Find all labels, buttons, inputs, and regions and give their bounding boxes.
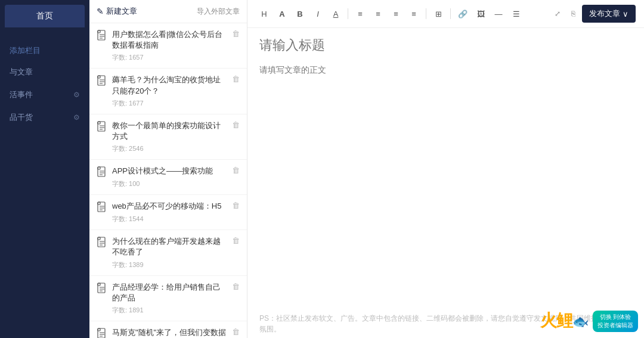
toolbar-list-button[interactable]: ☰: [508, 5, 525, 22]
editor-title-area: [247, 28, 644, 58]
article-doc-icon: [97, 30, 107, 41]
delete-article-button[interactable]: 🗑: [232, 236, 240, 245]
toolbar-justify-button[interactable]: ≡: [405, 5, 422, 22]
list-item[interactable]: web产品必不可少的移动端：H5 字数: 1544 🗑: [89, 195, 247, 230]
delete-article-button[interactable]: 🗑: [232, 120, 240, 129]
article-word-count: 字数: 1389: [97, 261, 240, 269]
svg-rect-11: [98, 122, 100, 124]
sidebar-tab-home[interactable]: 首页: [5, 5, 85, 27]
article-title: web产品必不可少的移动端：H5: [112, 201, 240, 212]
list-item[interactable]: 马斯克"随机"来了，但我们变数据裸体！ 字数: 3749 🗑: [89, 321, 247, 338]
svg-rect-6: [98, 76, 100, 78]
article-doc-icon: [97, 283, 107, 293]
svg-rect-0: [98, 30, 105, 40]
svg-rect-1: [98, 30, 100, 33]
article-word-count: 字数: 1891: [97, 306, 240, 315]
article-title: 产品经理必学：给用户销售自己的产品: [112, 282, 240, 303]
gear-icon-goods[interactable]: ⚙: [73, 113, 80, 122]
article-word-count: 字数: 1677: [97, 99, 240, 108]
list-item[interactable]: APP设计模式之——搜索功能 字数: 100 🗑: [89, 160, 247, 195]
article-title: 教你一个最简单的搜索功能设计方式: [112, 120, 240, 142]
article-title: 马斯克"随机"来了，但我们变数据裸体！: [112, 327, 240, 338]
editor-content-textarea[interactable]: [259, 63, 632, 305]
article-doc-icon: [97, 237, 107, 247]
toolbar-separator-3: [450, 8, 451, 19]
article-word-count: 字数: 1657: [97, 53, 240, 62]
list-item[interactable]: 教你一个最简单的搜索功能设计方式 字数: 2546 🗑: [89, 114, 247, 160]
toolbar-align-left-button[interactable]: ≡: [352, 5, 369, 22]
publish-chevron-icon: ∨: [623, 10, 628, 18]
sidebar-item-label-articles: 与文章: [10, 67, 33, 77]
publish-button[interactable]: 发布文章 ∨: [582, 5, 636, 23]
article-title: 为什么现在的客户端开发越来越不吃香了: [112, 236, 240, 258]
promo-line2: 投资者编辑器: [597, 321, 633, 330]
brand-logo-text: 火鲤: [540, 311, 572, 330]
svg-rect-20: [98, 202, 105, 212]
toolbar-divider-button[interactable]: —: [490, 5, 507, 22]
delete-article-button[interactable]: 🗑: [232, 327, 240, 336]
article-word-count: 字数: 2546: [97, 144, 240, 153]
brand-logo: 火鲤🐟: [540, 309, 588, 332]
article-doc-icon: [97, 75, 107, 86]
editor-title-input[interactable]: [259, 38, 632, 53]
delete-article-button[interactable]: 🗑: [232, 166, 240, 175]
svg-rect-31: [98, 283, 100, 286]
svg-rect-36: [98, 328, 100, 331]
toolbar-separator-1: [348, 8, 348, 19]
toolbar-table-button[interactable]: ⊞: [430, 5, 447, 22]
gear-icon-events[interactable]: ⚙: [73, 91, 80, 99]
editor-content-area: [247, 58, 644, 309]
import-article-button[interactable]: 导入外部文章: [197, 7, 240, 17]
svg-rect-15: [98, 167, 105, 176]
new-article-button[interactable]: ✎ 新建文章: [97, 6, 137, 17]
toolbar-align-center-button[interactable]: ≡: [370, 5, 386, 22]
sidebar: 首页 添加栏目 与文章 活事件 ⚙ 品干货 ⚙: [0, 0, 89, 338]
sidebar-item-label-events: 活事件: [10, 89, 33, 100]
svg-rect-35: [98, 328, 105, 338]
sidebar-add-column[interactable]: 添加栏目: [0, 37, 89, 61]
toolbar-bold-button[interactable]: A: [274, 5, 290, 22]
delete-article-button[interactable]: 🗑: [232, 29, 240, 38]
delete-article-button[interactable]: 🗑: [232, 75, 240, 83]
sidebar-item-goods[interactable]: 品干货 ⚙: [0, 106, 89, 129]
article-list-panel: ✎ 新建文章 导入外部文章 用户数据怎么看|微信公众号后台数据看板指南 字数: …: [89, 0, 247, 338]
list-item[interactable]: 为什么现在的客户端开发越来越不吃香了 字数: 1389 🗑: [89, 230, 247, 275]
toolbar-align-right-button[interactable]: ≡: [388, 5, 404, 22]
list-item[interactable]: 薅羊毛？为什么淘宝的收货地址只能存20个？ 字数: 1677 🗑: [89, 69, 247, 114]
toolbar-bold-b-button[interactable]: B: [292, 5, 308, 22]
article-word-count: 字数: 100: [97, 179, 240, 188]
promo-badge[interactable]: 切换 到体验 投资者编辑器: [593, 311, 638, 332]
svg-rect-10: [98, 122, 105, 131]
toolbar-right-actions: ⤢ ⎘ 发布文章 ∨: [551, 5, 636, 23]
svg-rect-5: [98, 76, 105, 85]
watermark-area: 火鲤🐟 切换 到体验 投资者编辑器: [540, 309, 638, 332]
article-title: APP设计模式之——搜索功能: [112, 166, 240, 176]
copy-icon[interactable]: ⎘: [566, 7, 580, 20]
new-article-icon: ✎: [97, 7, 104, 16]
delete-article-button[interactable]: 🗑: [232, 282, 240, 291]
promo-line1: 切换 到体验: [597, 313, 633, 321]
svg-rect-30: [98, 283, 105, 293]
article-doc-icon: [97, 166, 107, 177]
article-list-header: ✎ 新建文章 导入外部文章: [89, 0, 247, 23]
article-title: 薅羊毛？为什么淘宝的收货地址只能存20个？: [112, 75, 240, 96]
sidebar-item-label-goods: 品干货: [10, 112, 33, 123]
toolbar-italic-button[interactable]: I: [309, 5, 326, 22]
expand-icon[interactable]: ⤢: [551, 7, 564, 20]
toolbar-separator-2: [426, 8, 426, 19]
delete-article-button[interactable]: 🗑: [232, 201, 240, 210]
publish-button-label: 发布文章: [589, 8, 620, 19]
article-doc-icon: [97, 328, 107, 338]
sidebar-item-events[interactable]: 活事件 ⚙: [0, 83, 89, 106]
brand-logo-accent: 🐟: [572, 314, 588, 329]
list-item[interactable]: 用户数据怎么看|微信公众号后台数据看板指南 字数: 1657 🗑: [89, 23, 247, 69]
article-word-count: 字数: 1544: [97, 215, 240, 224]
svg-rect-25: [98, 237, 105, 247]
toolbar-heading-button[interactable]: H: [256, 5, 273, 22]
toolbar-underline-button[interactable]: A: [327, 5, 344, 22]
article-doc-icon: [97, 201, 107, 212]
toolbar-link-button[interactable]: 🔗: [454, 5, 471, 22]
sidebar-item-articles[interactable]: 与文章: [0, 61, 89, 83]
list-item[interactable]: 产品经理必学：给用户销售自己的产品 字数: 1891 🗑: [89, 276, 247, 321]
toolbar-image-button[interactable]: 🖼: [472, 5, 489, 22]
